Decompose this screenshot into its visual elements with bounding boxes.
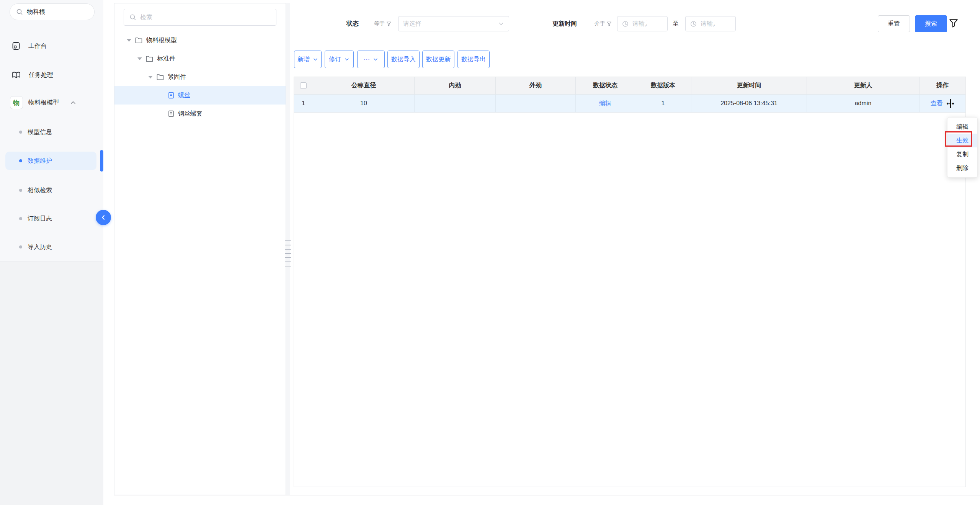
dot-icon	[19, 245, 22, 248]
tree-node-label: 螺丝	[178, 92, 190, 100]
row-more-actions-button[interactable]: •••	[947, 100, 955, 107]
sidebar-collapse-button[interactable]	[96, 210, 111, 225]
column-header[interactable]: 数据版本	[635, 77, 691, 94]
column-header[interactable]: 更新时间	[691, 77, 807, 94]
data-update-button[interactable]: 数据更新	[422, 51, 454, 68]
status-operator[interactable]: 等于	[374, 16, 391, 31]
tree: 物料根模型 标准件 紧固件 螺丝	[114, 31, 286, 123]
column-header[interactable]: 数据状态	[576, 77, 635, 94]
dot-icon	[19, 159, 22, 162]
column-header[interactable]: 更新人	[807, 77, 920, 94]
update-time-operator-label: 介于	[595, 20, 605, 27]
column-header[interactable]: 操作	[920, 77, 965, 94]
more-actions-button[interactable]: ···	[357, 51, 385, 68]
sidebar-item-label: 数据维护	[28, 157, 52, 165]
sidebar-item-label: 模型信息	[28, 128, 52, 136]
workbench-icon	[11, 41, 21, 51]
revise-button-label: 修订	[329, 56, 341, 64]
select-all-checkbox[interactable]	[300, 82, 307, 89]
status-edit-link[interactable]: 编辑	[599, 100, 611, 108]
data-export-button[interactable]: 数据导出	[457, 51, 490, 68]
caret-down-icon[interactable]	[137, 57, 142, 60]
search-button[interactable]: 搜索	[915, 15, 947, 32]
category-tree-panel: 检索 物料根模型 标准件 紧固件	[114, 3, 286, 495]
outer-cell	[496, 95, 576, 112]
sidebar-item-import-history[interactable]: 导入历史	[0, 238, 103, 256]
sidebar-item-label: 工作台	[28, 42, 47, 50]
sidebar-item-subscription-log[interactable]: 订阅日志	[0, 209, 103, 228]
chevron-down-icon	[498, 21, 504, 27]
main-panel-bottom-edge	[114, 495, 980, 495]
reset-button[interactable]: 重置	[878, 15, 910, 32]
data-import-button[interactable]: 数据导入	[387, 51, 420, 68]
to-label: 至	[673, 16, 679, 31]
caret-down-icon[interactable]	[148, 76, 153, 78]
dot-icon	[19, 131, 22, 134]
sidebar-item-label: 任务处理	[29, 71, 53, 79]
sidebar-item-similar-search[interactable]: 相似检索	[0, 181, 103, 199]
nominal-diameter-cell: 10	[313, 95, 415, 112]
revise-button[interactable]: 修订	[325, 51, 354, 68]
status-select-placeholder: 请选择	[403, 20, 421, 28]
tree-node-material-root-model[interactable]: 物料根模型	[114, 31, 286, 49]
column-header[interactable]: 外劲	[496, 77, 576, 94]
grip-icon	[285, 240, 291, 266]
tree-node-fasteners[interactable]: 紧固件	[114, 68, 286, 86]
add-button[interactable]: 新增	[294, 51, 322, 68]
tree-search-input[interactable]: 检索	[124, 9, 276, 26]
action-cell: 查看 •••	[920, 95, 965, 112]
column-header[interactable]: 公称直径	[313, 77, 415, 94]
update-time-filter-label: 更新时间	[552, 16, 577, 31]
column-header[interactable]: 内劲	[415, 77, 496, 94]
text-cursor-icon	[950, 99, 951, 108]
chevron-down-icon	[344, 57, 350, 62]
update-time-start-input[interactable]: 请输入	[617, 16, 668, 31]
folder-icon	[135, 37, 142, 43]
dot-icon	[19, 217, 22, 220]
tree-node-label: 标准件	[157, 55, 175, 63]
funnel-icon	[386, 21, 391, 26]
sidebar-group-material-root-model[interactable]: 物 物料根模型	[0, 93, 103, 112]
clock-icon	[690, 21, 697, 27]
material-badge-icon: 物	[10, 96, 23, 109]
tree-node-screw[interactable]: 螺丝	[114, 86, 286, 105]
sidebar: 物料根 工作台 任务处理 物 物料根模型 模型信息	[0, 0, 103, 505]
search-icon	[129, 14, 136, 21]
tree-node-label: 钢丝螺套	[178, 110, 203, 118]
funnel-icon	[607, 21, 612, 26]
view-link[interactable]: 查看	[931, 100, 943, 108]
folder-icon	[157, 74, 164, 80]
status-select[interactable]: 请选择	[398, 16, 509, 31]
sidebar-item-tasks[interactable]: 任务处理	[0, 66, 103, 84]
add-button-label: 新增	[297, 56, 310, 64]
main-panel-right-edge	[966, 3, 966, 495]
sidebar-group-label: 物料根模型	[28, 99, 59, 107]
sidebar-item-workbench[interactable]: 工作台	[0, 37, 103, 55]
filter-toggle-icon[interactable]	[949, 18, 959, 28]
row-context-menu: 编辑 生效 复制 删除	[947, 117, 978, 178]
select-all-cell	[294, 77, 313, 94]
update-time-operator[interactable]: 介于	[595, 16, 612, 31]
update-time-end-input[interactable]: 请输入	[685, 16, 736, 31]
app-search-input[interactable]: 物料根	[10, 3, 95, 20]
tree-node-standard-parts[interactable]: 标准件	[114, 49, 286, 68]
tree-node-wire-thread-insert[interactable]: 钢丝螺套	[114, 105, 286, 123]
update-time-cell: 2025-08-06 13:45:31	[691, 95, 807, 112]
sidebar-item-model-info[interactable]: 模型信息	[0, 123, 103, 141]
tasks-icon	[11, 70, 21, 80]
sidebar-item-data-maintenance[interactable]: 数据维护	[5, 152, 96, 170]
sidebar-header: 物料根	[0, 0, 103, 24]
context-menu-item-copy[interactable]: 复制	[947, 147, 977, 161]
sidebar-item-label: 相似检索	[28, 186, 52, 194]
search-icon	[16, 8, 23, 15]
panel-resize-handle[interactable]	[286, 3, 290, 495]
data-table: 公称直径 内劲 外劲 数据状态 数据版本 更新时间 更新人 操作 1 10 编辑…	[294, 77, 966, 487]
app-window: 物料根 工作台 任务处理 物 物料根模型 模型信息	[0, 0, 980, 505]
table-row[interactable]: 1 10 编辑 1 2025-08-06 13:45:31 admin 查看 •…	[294, 95, 965, 113]
context-menu-item-delete[interactable]: 删除	[947, 161, 977, 175]
context-menu-item-activate[interactable]: 生效	[947, 134, 977, 147]
context-menu-item-edit[interactable]: 编辑	[947, 120, 977, 134]
caret-down-icon[interactable]	[127, 39, 131, 42]
sidebar-item-label: 订阅日志	[28, 215, 52, 223]
dot-icon	[19, 189, 22, 192]
